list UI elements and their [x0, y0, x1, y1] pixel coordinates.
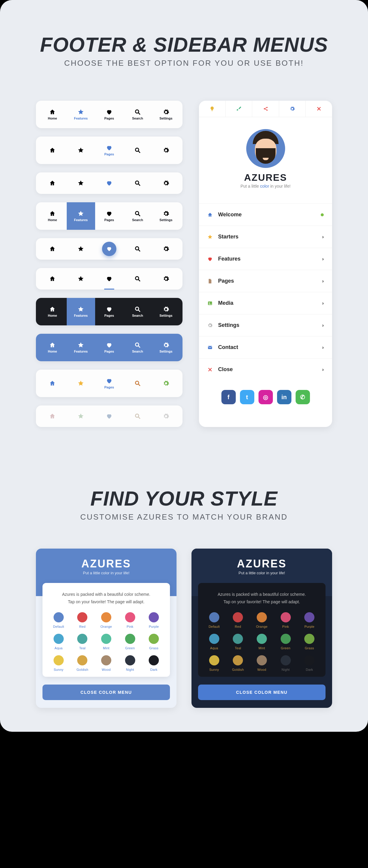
sidebar-item-media[interactable]: Media›	[199, 292, 332, 314]
footer-item-search[interactable]: Search	[123, 101, 152, 128]
footer-item-star[interactable]	[67, 370, 95, 397]
social-facebook[interactable]: f	[221, 390, 236, 404]
swatch-dark[interactable]: Dark	[143, 655, 165, 672]
footer-item-home[interactable]: Home	[38, 298, 67, 326]
footer-item-gear[interactable]	[152, 173, 180, 194]
footer-item-gear[interactable]	[152, 238, 180, 260]
footer-item-heart[interactable]: Pages	[95, 298, 123, 326]
swatch-aqua[interactable]: Aqua	[48, 634, 69, 650]
swatch-night[interactable]: Night	[119, 655, 141, 672]
footer-item-home[interactable]	[38, 370, 67, 397]
footer-item-home[interactable]	[38, 136, 67, 164]
footer-item-heart[interactable]: Pages	[95, 101, 123, 128]
footer-item-search[interactable]	[123, 370, 152, 397]
sidebar-top-gear[interactable]	[279, 101, 306, 117]
swatch-purple[interactable]: Purple	[299, 612, 320, 628]
footer-item-gear[interactable]: Settings	[152, 202, 180, 230]
footer-item-heart[interactable]: Pages	[95, 370, 123, 397]
sidebar-item-starters[interactable]: Starters›	[199, 225, 332, 248]
swatch-pink[interactable]: Pink	[275, 612, 296, 628]
swatch-mint[interactable]: Mint	[251, 634, 273, 650]
sidebar-top-bulb[interactable]	[199, 101, 226, 117]
swatch-orange[interactable]: Orange	[95, 612, 117, 628]
footer-item-home[interactable]: Home	[38, 202, 67, 230]
swatch-night[interactable]: Night	[275, 655, 296, 672]
footer-item-star[interactable]: Features	[67, 101, 95, 128]
footer-item-search[interactable]: Search	[123, 334, 152, 361]
footer-item-heart[interactable]	[95, 238, 123, 260]
swatch-green[interactable]: Green	[119, 634, 141, 650]
footer-item-home[interactable]	[38, 173, 67, 194]
footer-item-heart[interactable]	[95, 173, 123, 194]
social-linkedin[interactable]: in	[277, 390, 291, 404]
footer-item-gear[interactable]: Settings	[152, 101, 180, 128]
footer-item-search[interactable]	[123, 238, 152, 260]
footer-item-star[interactable]	[67, 173, 95, 194]
sidebar-top-brush[interactable]	[226, 101, 252, 117]
footer-item-star[interactable]: Features	[67, 202, 95, 230]
swatch-pink[interactable]: Pink	[119, 612, 141, 628]
footer-item-gear[interactable]: Settings	[152, 298, 180, 326]
close-color-menu-button[interactable]: CLOSE COLOR MENU	[43, 685, 170, 700]
sidebar-item-features[interactable]: Features›	[199, 248, 332, 270]
footer-item-heart[interactable]: Pages	[95, 136, 123, 164]
swatch-red[interactable]: Red	[227, 612, 249, 628]
sidebar-item-close[interactable]: Close›	[199, 358, 332, 380]
footer-item-home[interactable]: Home	[38, 101, 67, 128]
footer-item-home[interactable]	[38, 268, 67, 289]
sidebar-item-pages[interactable]: Pages›	[199, 270, 332, 292]
footer-item-heart[interactable]: Pages	[95, 334, 123, 361]
footer-item-star[interactable]	[67, 136, 95, 164]
footer-item-search[interactable]	[123, 173, 152, 194]
swatch-purple[interactable]: Purple	[143, 612, 165, 628]
swatch-orange[interactable]: Orange	[251, 612, 273, 628]
footer-item-search[interactable]: Search	[123, 202, 152, 230]
footer-item-gear[interactable]	[152, 405, 180, 427]
swatch-grass[interactable]: Grass	[299, 634, 320, 650]
footer-item-home[interactable]: Home	[38, 334, 67, 361]
swatch-sunny[interactable]: Sunny	[48, 655, 69, 672]
sidebar-top-close[interactable]	[306, 101, 332, 117]
swatch-green[interactable]: Green	[275, 634, 296, 650]
sidebar-item-contact[interactable]: Contact›	[199, 336, 332, 358]
swatch-red[interactable]: Red	[72, 612, 93, 628]
swatch-default[interactable]: Default	[48, 612, 69, 628]
swatch-aqua[interactable]: Aqua	[203, 634, 225, 650]
footer-item-search[interactable]	[123, 136, 152, 164]
footer-item-heart[interactable]: Pages	[95, 202, 123, 230]
swatch-sunny[interactable]: Sunny	[203, 655, 225, 672]
footer-item-gear[interactable]: Settings	[152, 334, 180, 361]
social-instagram[interactable]: ◎	[258, 390, 273, 404]
footer-item-star[interactable]: Features	[67, 298, 95, 326]
footer-item-home[interactable]	[38, 405, 67, 427]
swatch-teal[interactable]: Teal	[72, 634, 93, 650]
swatch-default[interactable]: Default	[203, 612, 225, 628]
footer-item-search[interactable]	[123, 405, 152, 427]
footer-item-gear[interactable]	[152, 136, 180, 164]
swatch-dark[interactable]: Dark	[299, 655, 320, 672]
footer-item-home[interactable]	[38, 238, 67, 260]
footer-item-search[interactable]: Search	[123, 298, 152, 326]
footer-item-search[interactable]	[123, 268, 152, 289]
footer-item-star[interactable]	[67, 405, 95, 427]
footer-item-star[interactable]	[67, 268, 95, 289]
footer-item-gear[interactable]	[152, 370, 180, 397]
swatch-goldish[interactable]: Goldish	[72, 655, 93, 672]
footer-item-heart[interactable]	[95, 268, 123, 289]
sidebar-item-welcome[interactable]: Welcome	[199, 204, 332, 225]
swatch-mint[interactable]: Mint	[95, 634, 117, 650]
sidebar-item-settings[interactable]: Settings›	[199, 314, 332, 336]
swatch-wood[interactable]: Wood	[95, 655, 117, 672]
footer-item-heart[interactable]	[95, 405, 123, 427]
swatch-teal[interactable]: Teal	[227, 634, 249, 650]
social-twitter[interactable]: t	[240, 390, 254, 404]
swatch-goldish[interactable]: Goldish	[227, 655, 249, 672]
swatch-grass[interactable]: Grass	[143, 634, 165, 650]
sidebar-top-share[interactable]	[252, 101, 279, 117]
footer-item-star[interactable]: Features	[67, 334, 95, 361]
swatch-wood[interactable]: Wood	[251, 655, 273, 672]
footer-item-gear[interactable]	[152, 268, 180, 289]
close-color-menu-button[interactable]: CLOSE COLOR MENU	[198, 685, 325, 700]
footer-item-star[interactable]	[67, 238, 95, 260]
social-whatsapp[interactable]: ✆	[295, 390, 310, 404]
